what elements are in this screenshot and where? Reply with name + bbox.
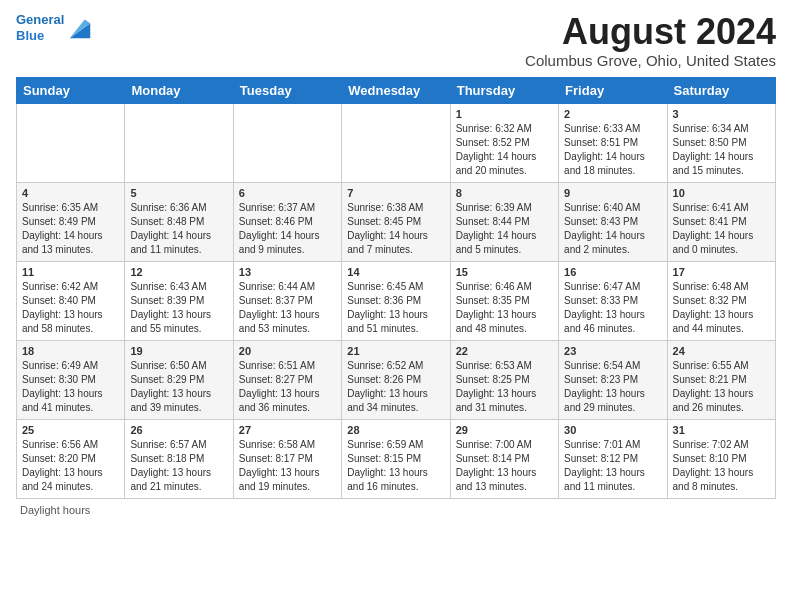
day-info: Sunrise: 6:32 AMSunset: 8:52 PMDaylight:… — [456, 122, 553, 178]
title-area: August 2024 Columbus Grove, Ohio, United… — [525, 12, 776, 69]
calendar-cell: 24Sunrise: 6:55 AMSunset: 8:21 PMDayligh… — [667, 340, 775, 419]
calendar-cell: 31Sunrise: 7:02 AMSunset: 8:10 PMDayligh… — [667, 419, 775, 498]
week-row-3: 11Sunrise: 6:42 AMSunset: 8:40 PMDayligh… — [17, 261, 776, 340]
col-header-thursday: Thursday — [450, 77, 558, 103]
calendar-cell: 22Sunrise: 6:53 AMSunset: 8:25 PMDayligh… — [450, 340, 558, 419]
calendar-cell: 17Sunrise: 6:48 AMSunset: 8:32 PMDayligh… — [667, 261, 775, 340]
day-number: 18 — [22, 345, 119, 357]
calendar-cell: 5Sunrise: 6:36 AMSunset: 8:48 PMDaylight… — [125, 182, 233, 261]
calendar-cell: 27Sunrise: 6:58 AMSunset: 8:17 PMDayligh… — [233, 419, 341, 498]
calendar-cell: 14Sunrise: 6:45 AMSunset: 8:36 PMDayligh… — [342, 261, 450, 340]
col-header-saturday: Saturday — [667, 77, 775, 103]
day-info: Sunrise: 6:53 AMSunset: 8:25 PMDaylight:… — [456, 359, 553, 415]
day-number: 29 — [456, 424, 553, 436]
week-row-1: 1Sunrise: 6:32 AMSunset: 8:52 PMDaylight… — [17, 103, 776, 182]
calendar-cell: 18Sunrise: 6:49 AMSunset: 8:30 PMDayligh… — [17, 340, 125, 419]
day-number: 10 — [673, 187, 770, 199]
day-number: 28 — [347, 424, 444, 436]
day-info: Sunrise: 6:52 AMSunset: 8:26 PMDaylight:… — [347, 359, 444, 415]
calendar-cell: 12Sunrise: 6:43 AMSunset: 8:39 PMDayligh… — [125, 261, 233, 340]
calendar-cell: 1Sunrise: 6:32 AMSunset: 8:52 PMDaylight… — [450, 103, 558, 182]
calendar-cell: 6Sunrise: 6:37 AMSunset: 8:46 PMDaylight… — [233, 182, 341, 261]
day-info: Sunrise: 6:51 AMSunset: 8:27 PMDaylight:… — [239, 359, 336, 415]
day-number: 20 — [239, 345, 336, 357]
page: General Blue August 2024 Columbus Grove,… — [0, 0, 792, 524]
footer-note: Daylight hours — [16, 504, 776, 516]
day-number: 5 — [130, 187, 227, 199]
day-number: 21 — [347, 345, 444, 357]
day-info: Sunrise: 7:01 AMSunset: 8:12 PMDaylight:… — [564, 438, 661, 494]
calendar-table: SundayMondayTuesdayWednesdayThursdayFrid… — [16, 77, 776, 499]
day-number: 23 — [564, 345, 661, 357]
calendar-cell: 28Sunrise: 6:59 AMSunset: 8:15 PMDayligh… — [342, 419, 450, 498]
calendar-cell: 4Sunrise: 6:35 AMSunset: 8:49 PMDaylight… — [17, 182, 125, 261]
day-number: 17 — [673, 266, 770, 278]
calendar-cell: 23Sunrise: 6:54 AMSunset: 8:23 PMDayligh… — [559, 340, 667, 419]
col-header-friday: Friday — [559, 77, 667, 103]
day-info: Sunrise: 6:56 AMSunset: 8:20 PMDaylight:… — [22, 438, 119, 494]
calendar-cell: 15Sunrise: 6:46 AMSunset: 8:35 PMDayligh… — [450, 261, 558, 340]
day-info: Sunrise: 6:54 AMSunset: 8:23 PMDaylight:… — [564, 359, 661, 415]
col-header-monday: Monday — [125, 77, 233, 103]
day-info: Sunrise: 6:46 AMSunset: 8:35 PMDaylight:… — [456, 280, 553, 336]
calendar-cell: 25Sunrise: 6:56 AMSunset: 8:20 PMDayligh… — [17, 419, 125, 498]
day-info: Sunrise: 6:36 AMSunset: 8:48 PMDaylight:… — [130, 201, 227, 257]
day-number: 26 — [130, 424, 227, 436]
month-title: August 2024 — [525, 12, 776, 52]
day-info: Sunrise: 6:35 AMSunset: 8:49 PMDaylight:… — [22, 201, 119, 257]
day-info: Sunrise: 6:59 AMSunset: 8:15 PMDaylight:… — [347, 438, 444, 494]
day-number: 25 — [22, 424, 119, 436]
day-info: Sunrise: 6:40 AMSunset: 8:43 PMDaylight:… — [564, 201, 661, 257]
calendar-cell: 2Sunrise: 6:33 AMSunset: 8:51 PMDaylight… — [559, 103, 667, 182]
day-info: Sunrise: 6:33 AMSunset: 8:51 PMDaylight:… — [564, 122, 661, 178]
day-number: 19 — [130, 345, 227, 357]
calendar-cell: 9Sunrise: 6:40 AMSunset: 8:43 PMDaylight… — [559, 182, 667, 261]
day-number: 6 — [239, 187, 336, 199]
day-number: 30 — [564, 424, 661, 436]
day-info: Sunrise: 6:47 AMSunset: 8:33 PMDaylight:… — [564, 280, 661, 336]
calendar-cell: 3Sunrise: 6:34 AMSunset: 8:50 PMDaylight… — [667, 103, 775, 182]
day-number: 15 — [456, 266, 553, 278]
header: General Blue August 2024 Columbus Grove,… — [16, 12, 776, 69]
calendar-cell — [17, 103, 125, 182]
day-info: Sunrise: 6:58 AMSunset: 8:17 PMDaylight:… — [239, 438, 336, 494]
day-number: 24 — [673, 345, 770, 357]
day-info: Sunrise: 6:34 AMSunset: 8:50 PMDaylight:… — [673, 122, 770, 178]
day-info: Sunrise: 6:42 AMSunset: 8:40 PMDaylight:… — [22, 280, 119, 336]
day-number: 31 — [673, 424, 770, 436]
day-number: 9 — [564, 187, 661, 199]
day-number: 13 — [239, 266, 336, 278]
day-number: 8 — [456, 187, 553, 199]
week-row-4: 18Sunrise: 6:49 AMSunset: 8:30 PMDayligh… — [17, 340, 776, 419]
day-number: 7 — [347, 187, 444, 199]
day-number: 22 — [456, 345, 553, 357]
calendar-cell: 30Sunrise: 7:01 AMSunset: 8:12 PMDayligh… — [559, 419, 667, 498]
calendar-cell: 13Sunrise: 6:44 AMSunset: 8:37 PMDayligh… — [233, 261, 341, 340]
calendar-cell: 11Sunrise: 6:42 AMSunset: 8:40 PMDayligh… — [17, 261, 125, 340]
logo: General Blue — [16, 12, 94, 43]
calendar-cell: 20Sunrise: 6:51 AMSunset: 8:27 PMDayligh… — [233, 340, 341, 419]
col-header-tuesday: Tuesday — [233, 77, 341, 103]
logo-icon — [66, 14, 94, 42]
day-info: Sunrise: 6:38 AMSunset: 8:45 PMDaylight:… — [347, 201, 444, 257]
day-info: Sunrise: 6:44 AMSunset: 8:37 PMDaylight:… — [239, 280, 336, 336]
day-info: Sunrise: 6:48 AMSunset: 8:32 PMDaylight:… — [673, 280, 770, 336]
calendar-cell — [342, 103, 450, 182]
day-number: 1 — [456, 108, 553, 120]
calendar-cell: 29Sunrise: 7:00 AMSunset: 8:14 PMDayligh… — [450, 419, 558, 498]
day-info: Sunrise: 7:00 AMSunset: 8:14 PMDaylight:… — [456, 438, 553, 494]
calendar-cell — [233, 103, 341, 182]
calendar-cell: 26Sunrise: 6:57 AMSunset: 8:18 PMDayligh… — [125, 419, 233, 498]
day-number: 12 — [130, 266, 227, 278]
day-number: 2 — [564, 108, 661, 120]
day-info: Sunrise: 6:55 AMSunset: 8:21 PMDaylight:… — [673, 359, 770, 415]
day-info: Sunrise: 6:50 AMSunset: 8:29 PMDaylight:… — [130, 359, 227, 415]
day-info: Sunrise: 6:45 AMSunset: 8:36 PMDaylight:… — [347, 280, 444, 336]
calendar-cell: 7Sunrise: 6:38 AMSunset: 8:45 PMDaylight… — [342, 182, 450, 261]
header-row: SundayMondayTuesdayWednesdayThursdayFrid… — [17, 77, 776, 103]
day-info: Sunrise: 6:57 AMSunset: 8:18 PMDaylight:… — [130, 438, 227, 494]
week-row-2: 4Sunrise: 6:35 AMSunset: 8:49 PMDaylight… — [17, 182, 776, 261]
day-info: Sunrise: 6:41 AMSunset: 8:41 PMDaylight:… — [673, 201, 770, 257]
calendar-cell — [125, 103, 233, 182]
col-header-sunday: Sunday — [17, 77, 125, 103]
